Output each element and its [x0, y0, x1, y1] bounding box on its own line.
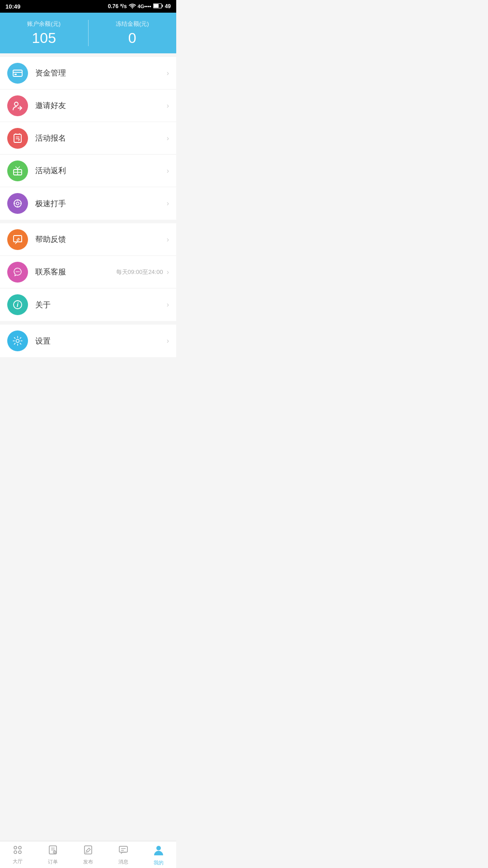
wifi-icon — [129, 3, 136, 10]
about-icon: i — [7, 294, 28, 315]
feedback-icon — [7, 229, 28, 250]
fast-type-chevron: › — [167, 199, 169, 208]
feedback-label: 帮助反馈 — [35, 234, 167, 245]
content-area: 资金管理 › 邀请好友 › — [0, 57, 176, 392]
status-speed: 0.76 ᴷ/s — [108, 3, 127, 9]
svg-text:i: i — [17, 301, 19, 308]
frozen-value: 0 — [128, 30, 136, 47]
settings-icon — [7, 330, 28, 351]
svg-rect-4 — [13, 70, 22, 76]
customer-service-label: 联系客服 — [35, 267, 116, 277]
activity-register-chevron: › — [167, 134, 169, 142]
menu-item-customer-service[interactable]: 联系客服 每天09:00至24:00 › — [0, 256, 176, 288]
menu-item-activity-rebate[interactable]: 活动返利 › — [0, 155, 176, 187]
about-chevron: › — [167, 301, 169, 309]
svg-point-0 — [132, 8, 133, 9]
account-balance: 账户余额(元) 105 — [0, 13, 88, 53]
customer-service-icon — [7, 262, 28, 283]
menu-item-about[interactable]: i 关于 › — [0, 288, 176, 321]
activity-rebate-chevron: › — [167, 167, 169, 175]
settings-chevron: › — [167, 337, 169, 345]
menu-item-feedback[interactable]: 帮助反馈 › — [0, 223, 176, 256]
fast-type-icon — [7, 193, 28, 214]
svg-rect-2 — [162, 5, 163, 7]
balance-header: 账户余额(元) 105 冻结金额(元) 0 — [0, 13, 176, 53]
activity-rebate-label: 活动返利 — [35, 165, 167, 176]
status-right: 0.76 ᴷ/s 4G•••• 49 — [108, 3, 171, 10]
signal-4g: 4G•••• — [138, 4, 151, 9]
settings-label: 设置 — [35, 336, 167, 346]
feedback-chevron: › — [167, 236, 169, 244]
battery-level: 49 — [165, 3, 171, 9]
activity-register-label: 活动报名 — [35, 133, 167, 143]
section-2: 帮助反馈 › 联系客服 每天09:00至24:00 › i 关于 › — [0, 223, 176, 321]
invite-icon — [7, 95, 28, 116]
funds-icon — [7, 63, 28, 84]
invite-label: 邀请好友 — [35, 100, 167, 111]
funds-label: 资金管理 — [35, 68, 167, 78]
activity-register-icon — [7, 128, 28, 149]
fast-type-label: 极速打手 — [35, 198, 167, 209]
invite-chevron: › — [167, 102, 169, 110]
svg-rect-9 — [14, 134, 21, 142]
balance-value: 105 — [32, 30, 56, 47]
customer-service-chevron: › — [167, 268, 169, 276]
menu-item-fast-type[interactable]: 极速打手 › — [0, 187, 176, 220]
status-bar: 10:49 0.76 ᴷ/s 4G•••• 49 — [0, 0, 176, 13]
menu-item-activity-register[interactable]: 活动报名 › — [0, 122, 176, 155]
frozen-label: 冻结金额(元) — [116, 20, 149, 28]
battery-icon — [153, 3, 163, 10]
svg-point-7 — [14, 102, 18, 106]
svg-rect-6 — [14, 74, 17, 75]
svg-point-16 — [16, 202, 19, 205]
about-label: 关于 — [35, 300, 167, 310]
customer-service-hours: 每天09:00至24:00 — [116, 268, 163, 276]
frozen-amount: 冻结金额(元) 0 — [89, 13, 177, 53]
balance-label: 账户余额(元) — [27, 20, 61, 28]
section-1: 资金管理 › 邀请好友 › — [0, 57, 176, 220]
svg-rect-3 — [154, 4, 159, 8]
menu-item-funds[interactable]: 资金管理 › — [0, 57, 176, 90]
status-time: 10:49 — [5, 3, 20, 10]
menu-item-settings[interactable]: 设置 › — [0, 325, 176, 357]
funds-chevron: › — [167, 69, 169, 77]
section-3: 设置 › — [0, 325, 176, 357]
svg-point-20 — [16, 340, 19, 343]
activity-rebate-icon — [7, 160, 28, 181]
menu-item-invite[interactable]: 邀请好友 › — [0, 90, 176, 122]
